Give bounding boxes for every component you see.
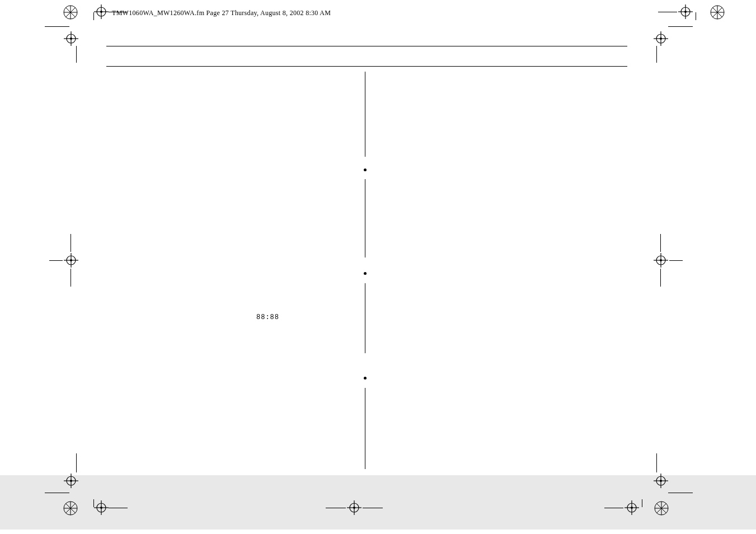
registration-target-lowerleft-icon [64, 474, 78, 488]
crop-tick-midright-v-bot [660, 269, 661, 287]
svg-point-50 [100, 507, 102, 509]
crop-bar-bottomcenter-r [363, 508, 383, 508]
svg-point-29 [70, 259, 72, 261]
crop-tick-top-left-v [93, 12, 94, 20]
rosette-top-right-icon [710, 4, 725, 20]
svg-point-37 [70, 480, 72, 482]
registration-target-bottomright2-icon [624, 500, 639, 515]
registration-target-midright-icon [654, 253, 668, 268]
registration-target-upperright2-icon [654, 31, 668, 46]
registration-target-top-left-icon [94, 4, 109, 19]
crop-tick-bottomright2-v [642, 499, 642, 507]
center-bullet-3 [364, 377, 367, 380]
crop-bar-bottomcenter-l [326, 508, 346, 508]
rule-top-2 [106, 66, 627, 67]
center-line-seg-3 [365, 283, 365, 353]
svg-point-12 [684, 11, 687, 13]
crop-bar-lowerleft-h [45, 493, 69, 493]
registration-target-top-right-icon [678, 4, 693, 19]
rosette-bottom-right-icon [654, 500, 669, 516]
crop-tick-midleft-v-top [71, 234, 71, 252]
crop-tick-bottomleft2-v [93, 499, 94, 507]
rule-top-1 [106, 46, 627, 46]
bottom-white-edge [0, 530, 756, 534]
svg-point-25 [660, 38, 662, 40]
center-line-seg-2 [365, 179, 365, 257]
page-canvas: { "header": { "line": "TMW1060WA_MW1260W… [0, 0, 756, 534]
registration-target-upperleft2-icon [64, 31, 78, 46]
rosette-top-left-icon [63, 4, 78, 20]
crop-tick-lowerright-v [656, 453, 657, 472]
rosette-bottom-left-icon [63, 500, 78, 516]
crop-tick-midright-v-top [660, 234, 661, 252]
framemaker-header-text: TMW1060WA_MW1260WA.fm Page 27 Thursday, … [112, 9, 331, 17]
crop-tick-upperleft2-v [76, 46, 77, 63]
registration-target-midleft-icon [64, 253, 78, 268]
svg-point-58 [631, 507, 633, 509]
svg-point-8 [100, 11, 102, 13]
center-line-seg-4 [365, 388, 365, 469]
crop-bar-top-left [109, 12, 128, 12]
registration-target-bottomleft2-icon [94, 500, 109, 515]
crop-bar-upperleft2-h [45, 26, 69, 27]
svg-point-33 [660, 259, 662, 261]
bottom-gray-band [0, 475, 756, 534]
svg-point-21 [70, 38, 72, 40]
center-line-seg-1 [365, 72, 365, 157]
crop-bar-bottomright2-h [604, 508, 623, 508]
registration-target-bottomcenter-icon [347, 500, 361, 515]
center-bullet-1 [364, 168, 367, 171]
crop-bar-top-right [658, 12, 677, 12]
crop-bar-lowerright-h [668, 493, 693, 493]
crop-bar-midright-h [669, 260, 683, 261]
crop-bar-upperright2-h [668, 26, 693, 27]
crop-tick-lowerleft-v [76, 453, 77, 472]
svg-point-54 [353, 507, 355, 509]
svg-point-41 [660, 480, 662, 482]
crop-tick-midleft-v-bot [71, 269, 71, 287]
registration-target-lowerright-icon [654, 474, 668, 488]
center-bullet-2 [364, 272, 367, 275]
crop-bar-midleft-h [49, 260, 63, 261]
crop-bar-bottomleft2-h [109, 508, 128, 508]
crop-tick-top-right-v [696, 12, 696, 20]
crop-tick-upperright2-v [656, 46, 657, 63]
lcd-placeholder-text: 88:88 [256, 313, 279, 321]
